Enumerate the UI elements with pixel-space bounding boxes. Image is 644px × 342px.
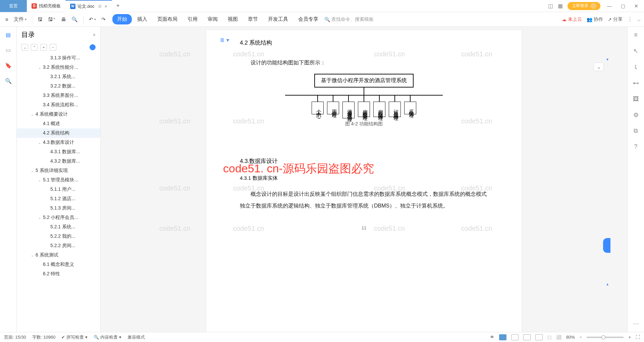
outline-item[interactable]: 4.1 概述 (17, 119, 100, 128)
bookmark-icon[interactable]: 🔖 (5, 62, 12, 69)
apps-icon[interactable]: ▦ (558, 3, 563, 9)
outline-item[interactable]: 3.2.2 数据... (17, 81, 100, 91)
outline-item[interactable]: 3.4 系统流程和... (17, 100, 100, 110)
search-panel-icon[interactable]: 🔍 (5, 77, 12, 84)
tab-review[interactable]: 审阅 (203, 14, 222, 24)
outline-item[interactable]: ⌄5.1 管理员模块... (17, 175, 100, 185)
command-search[interactable]: 🔍 查找命令、搜索模板 (324, 16, 374, 22)
tab-templates[interactable]: D 找稻壳模板 (27, 0, 65, 12)
layout-icon[interactable]: ◫ (548, 3, 553, 9)
tab-devtools[interactable]: 开发工具 (263, 14, 293, 24)
tab-start[interactable]: 开始 (112, 14, 132, 24)
outline-close-button[interactable]: × (93, 32, 96, 38)
print-button[interactable]: 🖶 (59, 15, 68, 23)
minimize-button[interactable]: — (605, 3, 614, 9)
tab-add-button[interactable]: + (112, 2, 124, 9)
undo-button[interactable]: ↶ ▾ (87, 15, 98, 24)
settings-icon[interactable]: ⊷ (633, 79, 639, 87)
outline-item[interactable]: 3.3 系统界面分... (17, 91, 100, 100)
tab-chapter[interactable]: 章节 (243, 14, 263, 24)
outline-item[interactable]: 5.2.1 系统... (17, 222, 100, 232)
tab-home[interactable]: 首页 (0, 0, 27, 12)
outline-item[interactable]: 5.1.3 房间... (17, 204, 100, 213)
fit-width-button[interactable]: ⬚ (547, 335, 551, 340)
outline-item[interactable]: 6.1 概念和意义 (17, 260, 100, 269)
zoom-value[interactable]: 80% (566, 335, 575, 340)
chevron-icon[interactable]: ⌄ (31, 113, 36, 116)
eye-icon[interactable]: 👁 (490, 335, 494, 340)
cursor-icon[interactable]: ⤹ (633, 63, 638, 71)
redo-button[interactable]: ↷ (99, 15, 108, 24)
compat-mode[interactable]: 兼容模式 (127, 334, 145, 340)
fit-page-button[interactable]: ⬜ (556, 335, 561, 340)
outline-icon[interactable]: ▤ (5, 31, 12, 38)
outline-item[interactable]: 6.2 特性 (17, 269, 100, 279)
document-area[interactable]: ⌄ ▾ ▴ 🗎 ▾ 4.2 系统结构 设计的功能结构图如下图所示： 基于微信小程… (101, 27, 627, 332)
gear-icon[interactable]: ⚙ (633, 111, 639, 119)
view-reading-button[interactable] (523, 334, 531, 340)
chevron-icon[interactable]: ⌄ (38, 216, 43, 220)
translate-icon[interactable]: ⧉ (634, 127, 638, 134)
device-icon[interactable]: ⎚ (99, 4, 101, 9)
collapse-ribbon-button[interactable]: ⌵ (637, 16, 641, 22)
coop-button[interactable]: 👥 协作 (587, 16, 603, 22)
save-button[interactable]: 🖫 (36, 15, 45, 23)
outline-item[interactable]: ⌄5 系统详细实现 (17, 166, 100, 175)
page-indicator[interactable]: 页面: 15/30 (4, 334, 26, 340)
sync-badge[interactable] (90, 44, 96, 50)
hamburger-icon[interactable]: ≡ (634, 32, 638, 39)
more-button[interactable]: ⋮ (627, 16, 633, 22)
word-count[interactable]: 字数: 10960 (32, 334, 55, 340)
save-as-button[interactable]: 🖫⁺ (46, 15, 58, 24)
close-button[interactable]: ✕ (632, 3, 641, 9)
zoom-slider[interactable] (587, 337, 624, 338)
outline-item[interactable]: ⌄3.2 系统性能分... (17, 63, 100, 72)
add-heading-button[interactable]: + (40, 44, 47, 51)
fullscreen-button[interactable]: ⛶ (636, 335, 640, 340)
outline-item[interactable]: 4.3.2 数据库... (17, 157, 100, 166)
tab-document[interactable]: W 论文.doc ⎚ × (65, 0, 112, 12)
outline-item[interactable]: 3.2.1 系统... (17, 72, 100, 81)
menu-button[interactable]: ≡ (3, 15, 10, 23)
view-web-button[interactable] (535, 334, 543, 340)
outline-item[interactable]: 5.2.2 我的... (17, 232, 100, 241)
page-icon[interactable]: ▭ (5, 46, 12, 54)
outline-item[interactable]: ⌄6 系统测试 (17, 250, 100, 260)
outline-item[interactable]: 4.2 系统结构 (17, 128, 100, 138)
zoom-in-button[interactable]: + (628, 335, 631, 340)
tab-member[interactable]: 会员专享 (293, 14, 323, 24)
select-icon[interactable]: ↖ (633, 47, 638, 55)
file-menu[interactable]: 文件 ▾ (12, 15, 29, 24)
outline-item[interactable]: 3.1.3 操作可... (17, 53, 100, 63)
tab-view[interactable]: 视图 (223, 14, 243, 24)
share-button[interactable]: ↗ 分享 (608, 16, 623, 22)
maximize-button[interactable]: ▢ (619, 3, 627, 9)
help-icon[interactable]: ? (634, 143, 637, 150)
chevron-icon[interactable]: ⌄ (38, 178, 43, 182)
outline-item[interactable]: ⌄5.2 小程序会员... (17, 213, 100, 222)
outline-item[interactable]: ⌄4.3.数据库设计 (17, 138, 100, 147)
collapse-pane-button[interactable]: ⌄ (594, 62, 604, 71)
close-icon[interactable]: × (105, 4, 107, 9)
outline-item[interactable]: 5.1.2 酒店... (17, 194, 100, 204)
view-page-button[interactable] (499, 334, 506, 340)
chevron-icon[interactable]: ⌄ (31, 169, 36, 173)
outline-item[interactable]: ⌄4 系统概要设计 (17, 110, 100, 119)
outline-item[interactable]: 5.2.2 房间... (17, 241, 100, 250)
chevron-icon[interactable]: ⌄ (38, 66, 43, 69)
login-button[interactable]: 立即登录 (568, 2, 600, 10)
chevron-icon[interactable]: ⌄ (31, 253, 36, 257)
tab-layout[interactable]: 页面布局 (153, 14, 182, 24)
remove-heading-button[interactable]: − (50, 44, 56, 51)
view-outline-button[interactable] (511, 334, 519, 340)
collapse-all-button[interactable]: ⌄ (21, 44, 28, 51)
side-handle[interactable] (603, 238, 610, 253)
content-check-button[interactable]: 🔍 内容检查 ▾ (94, 334, 121, 340)
zoom-out-button[interactable]: − (580, 335, 582, 340)
outline-item[interactable]: 4.3.1 数据库... (17, 147, 100, 157)
outline-item[interactable]: 5.1.1 用户... (17, 185, 100, 194)
chevron-icon[interactable]: ⌄ (38, 141, 43, 145)
spellcheck-button[interactable]: ✔ 拼写检查 ▾ (61, 334, 88, 340)
cloud-status[interactable]: ☁ 未上云 (562, 16, 582, 22)
page-action-icon[interactable]: 🗎 ▾ (220, 37, 229, 43)
